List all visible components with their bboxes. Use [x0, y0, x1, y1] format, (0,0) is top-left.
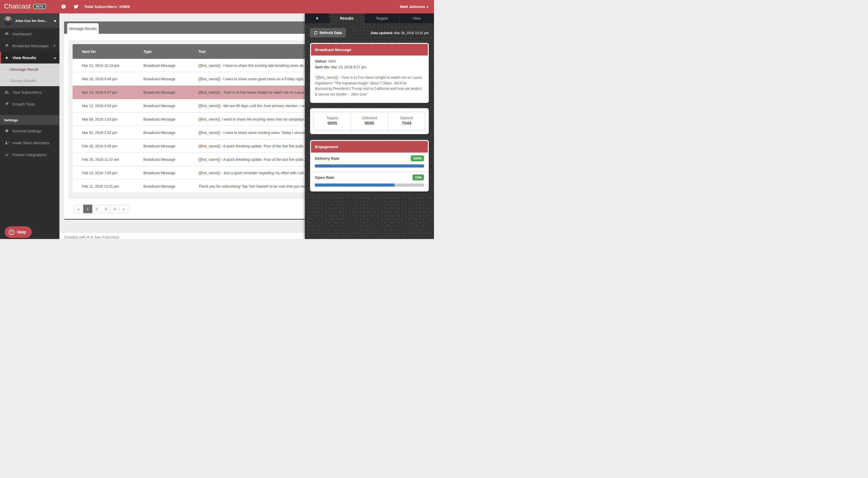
stat-opened: Opened 7044 [388, 112, 425, 130]
messenger-icon[interactable] [61, 4, 66, 9]
close-icon: ✖ [316, 16, 319, 21]
sidebar-item-invite-team-members[interactable]: Invite Team Members [0, 137, 59, 149]
pagination-page-1[interactable]: 1 [83, 205, 92, 213]
cell-sent-on: Feb 20, 2018 11:22 am [82, 158, 144, 162]
chevron-left-icon [54, 44, 56, 47]
brand-name: Chatcast [4, 3, 31, 10]
chevron-down-icon [54, 56, 56, 59]
cell-sent-on: Mar 16, 2018 9:46 pm [82, 77, 144, 81]
stat-delivered: Delivered 9695 [351, 112, 388, 130]
submenu-item-label: Message Result [10, 67, 38, 71]
question-icon: ? [9, 230, 14, 235]
pagination: « 1 2 3 4 » [74, 205, 128, 213]
data-updated-label: Data updated: [371, 31, 393, 35]
stat-label: Targets [314, 116, 351, 120]
pagination-page-3[interactable]: 3 [101, 205, 110, 213]
exchange-arrows-icon: ⇄ [4, 153, 9, 157]
footer-text: Created with ♥ in San Francisco [64, 235, 119, 239]
beta-badge: BETA [33, 4, 46, 9]
arrow-right-icon: → [6, 67, 10, 71]
panel-tab-view[interactable]: View [399, 13, 434, 23]
help-button[interactable]: ? Help [5, 226, 32, 238]
pagination-page-2[interactable]: 2 [92, 205, 101, 213]
cell-sent-on: Feb 11, 2018 12:31 pm [82, 184, 144, 189]
pagination-next[interactable]: » [119, 205, 128, 213]
submenu-item-label: Survey Results [10, 78, 36, 83]
delivery-rate-row: Delivery Rate 100% [311, 152, 428, 171]
open-rate-label: Open Rate [315, 175, 334, 180]
sent-on-line: Sent On: Mar 13, 2018 5:27 pm [315, 65, 424, 69]
stat-value: 9695 [351, 121, 388, 126]
user-name: Matt Johnson [400, 4, 425, 9]
profile-name: John Cox for Gov... [15, 19, 51, 23]
panel-close-tab[interactable]: ✖ [305, 13, 330, 23]
total-subscribers: Total Subscribers: 10969 [84, 0, 130, 13]
twitter-icon[interactable] [73, 4, 79, 9]
brand-logo[interactable]: Chatcast BETA [4, 3, 46, 10]
stat-targets: Targets 9695 [314, 112, 351, 130]
refresh-data-button[interactable]: Refresh Data [310, 28, 346, 37]
rocket-icon [4, 102, 9, 106]
delivery-rate-bar [315, 164, 424, 168]
megaphone-icon [4, 43, 9, 48]
open-rate-badge: 73% [412, 174, 424, 180]
user-plus-icon [4, 140, 9, 145]
data-updated-value: Mar 28, 2018 10:31 pm [394, 31, 429, 35]
sidebar-item-label: Dashboard [12, 32, 56, 36]
status-value: Sent [328, 59, 336, 63]
panel-tab-targets[interactable]: Targets [364, 13, 399, 23]
sidebar: John Cox for Gov... ◀ Dashboard Broadcas… [0, 13, 59, 239]
star-icon: ★ [4, 56, 9, 60]
sidebar-item-label: Your Subscribers [12, 90, 56, 95]
col-type: Type [144, 49, 198, 54]
panel-tab-results[interactable]: Results [330, 13, 364, 23]
sidebar-collapse-icon[interactable]: ◀ [54, 19, 56, 23]
sidebar-item-view-results[interactable]: ★ View Results [0, 52, 59, 64]
broadcast-message-text: "{{first_name}} - Tune in to Fox News to… [315, 75, 424, 97]
delivery-rate-badge: 100% [411, 156, 424, 161]
cell-sent-on: Feb 13, 2018 7:05 pm [82, 171, 144, 175]
users-icon [4, 90, 9, 95]
user-menu[interactable]: Matt Johnson▾ [400, 0, 428, 14]
gear-icon [4, 129, 9, 133]
broadcast-card-title: Broadcast Message [311, 44, 428, 56]
delivery-rate-label: Delivery Rate [315, 156, 339, 161]
cell-sent-on: Mar 02, 2018 2:52 pm [82, 131, 144, 135]
cell-type: Broadcast Message [144, 158, 198, 162]
sidebar-item-your-subscribers[interactable]: Your Subscribers [0, 86, 59, 98]
cell-sent-on: Mar 12, 2018 4:53 pm [82, 104, 144, 108]
pagination-page-4[interactable]: 4 [110, 205, 119, 213]
sidebar-item-dashboard[interactable]: Dashboard [0, 28, 59, 40]
submenu-item-survey-results[interactable]: Survey Results [0, 75, 59, 86]
cell-sent-on: Mar 21, 2018 10:18 pm [82, 64, 144, 68]
sidebar-settings-header: Settings [0, 115, 59, 125]
help-label: Help [17, 230, 26, 235]
results-panel: ✖ Results Targets View Refresh Data Data… [305, 13, 434, 239]
cell-type: Broadcast Message [144, 90, 198, 95]
cell-type: Broadcast Message [144, 171, 198, 175]
sidebar-item-label: Growth Tools [12, 102, 56, 106]
stat-label: Delivered [351, 116, 388, 120]
cell-type: Broadcast Message [144, 117, 198, 121]
cell-type: Broadcast Message [144, 131, 198, 135]
open-rate-bar [315, 183, 395, 186]
sidebar-item-growth-tools[interactable]: Growth Tools [0, 98, 59, 110]
sidebar-item-broadcast-messages[interactable]: Broadcast Messages [0, 40, 59, 52]
sidebar-item-partner-integrations[interactable]: ⇄ Partner Integrations [0, 149, 59, 161]
sidebar-profile[interactable]: John Cox for Gov... ◀ [0, 13, 59, 28]
cell-sent-on: Mar 13, 2018 5:27 pm [82, 90, 144, 95]
pagination-prev[interactable]: « [74, 205, 84, 213]
chevron-down-icon: ▾ [427, 5, 428, 9]
data-updated: Data updated: Mar 28, 2018 10:31 pm [371, 31, 429, 35]
tab-message-results[interactable]: Message Results [67, 23, 99, 34]
submenu-item-message-result[interactable]: → Message Result [0, 64, 59, 75]
app-window: Chatcast BETA Total Subscribers: 10969 M… [0, 0, 434, 239]
sidebar-item-label: Partner Integrations [12, 152, 56, 157]
sidebar-item-general-settings[interactable]: General Settings [0, 125, 59, 137]
cell-sent-on: Mar 08, 2018 1:03 pm [82, 117, 144, 121]
sent-on-value: Mar 13, 2018 5:27 pm [331, 65, 366, 69]
panel-content: Refresh Data Data updated: Mar 28, 2018 … [305, 23, 434, 197]
open-rate-row: Open Rate 73% [311, 171, 428, 191]
col-sent-on: Sent On [82, 49, 144, 54]
cell-type: Broadcast Message [144, 184, 198, 189]
